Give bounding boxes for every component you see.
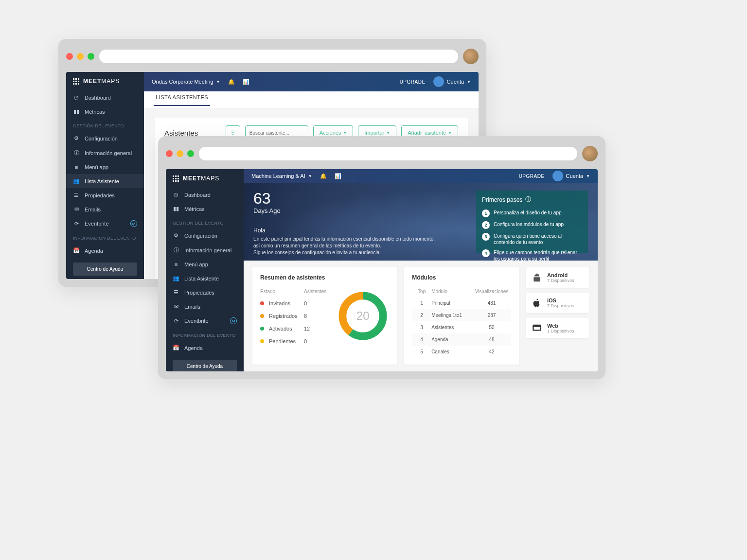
avatar[interactable] [463,49,479,64]
sidebar-item-lista-asistente[interactable]: 👥Lista Asistente [166,271,244,285]
info-icon: ⓘ [173,246,179,254]
step-item[interactable]: 1Personaliza el diseño de tu app [482,208,582,219]
brand-text: MEETMAPS [183,175,219,182]
chart-icon[interactable]: 📊 [335,173,341,179]
topbar: Machine Learning & AI▼ 🔔 📊 UPGRADE Cuent… [244,169,598,183]
sidebar-item-eventbrite[interactable]: ⟳EventbriteM [166,314,244,328]
speedometer-icon: ◷ [173,192,179,198]
chevron-down-icon: ▼ [216,80,220,84]
bell-icon[interactable]: 🔔 [320,173,327,179]
chevron-down-icon: ▼ [586,174,590,178]
help-center-button[interactable]: Centro de Ayuda [73,262,137,276]
sidebar: MEETMAPS ◷Dashboard ▮▮Métricas GESTIÓN D… [66,72,144,279]
dot-icon [260,339,264,343]
speedometer-icon: ◷ [73,94,80,101]
web-icon [532,323,542,333]
gear-icon: ⚙ [73,135,80,141]
event-selector[interactable]: Ondas Corporate Meeting▼ [152,79,220,85]
m-badge-icon: M [230,317,237,324]
module-row: 2Meetings 1to1237 [412,309,511,321]
hero-text: 63 Days Ago Hola En este panel principal… [253,191,476,253]
sidebar-item-lista-asistente[interactable]: 👥Lista Asistente [66,174,144,188]
step-item[interactable]: 2Configura los módulos de tu app [482,219,582,231]
avatar[interactable] [582,146,598,161]
svg-point-9 [538,274,539,275]
sync-icon: ⟳ [73,221,80,227]
sidebar-item-dashboard[interactable]: ◷Dashboard [166,188,244,202]
sidebar-item-propiedades[interactable]: ☰Propiedades [166,285,244,299]
app-shell: MEETMAPS ◷Dashboard ▮▮Métricas GESTIÓN D… [166,169,598,371]
donut-chart: 20 [336,289,390,343]
panel-title: Asistentes [164,129,221,137]
upgrade-button[interactable]: UPGRADE [519,174,545,179]
sidebar-item-emails[interactable]: ✉Emails [66,202,144,216]
account-menu[interactable]: Cuenta▼ [433,76,471,87]
calendar-icon: 📅 [73,247,80,254]
tab-lista-asistentes[interactable]: LISTA ASISTENTES [154,94,210,106]
info-icon: ⓘ [73,149,80,157]
avatar-icon [552,171,563,181]
close-icon[interactable] [166,150,173,157]
sidebar-item-agenda[interactable]: 📅Agenda [66,244,144,258]
chevron-down-icon: ▼ [467,80,471,84]
android-icon [532,272,542,283]
sidebar-item-informacion[interactable]: ⓘInformación general [166,243,244,258]
sidebar-item-eventbrite[interactable]: ⟳EventbriteM [66,216,144,231]
url-bar[interactable] [99,50,458,63]
days-count: 63 [253,191,476,206]
stat-row: Invitados0 [260,297,326,310]
bell-icon[interactable]: 🔔 [228,79,235,85]
step-item[interactable]: 4Elige que campos tendrán que rellenar l… [482,247,582,264]
sidebar-item-metricas[interactable]: ▮▮Métricas [66,105,144,119]
modules-table: TopMóduloVisualizaciones 1Principal431 2… [412,286,511,358]
chart-icon[interactable]: 📊 [243,79,249,85]
device-card-ios[interactable]: iOS7 Dispositivos [526,293,589,313]
stat-row: Registrados8 [260,310,326,322]
minimize-icon[interactable] [177,150,183,157]
sidebar-item-configuracion[interactable]: ⚙Configuración [66,131,144,145]
event-selector[interactable]: Machine Learning & AI▼ [251,173,312,179]
sidebar-item-menu-app[interactable]: ≡Menú app [66,160,144,174]
step-item[interactable]: 3Configura quién tiene acceso al conteni… [482,231,582,247]
minimize-icon[interactable] [77,53,84,60]
sidebar-item-agenda[interactable]: 📅Agenda [166,341,244,355]
window-chrome [66,47,479,66]
device-card-web[interactable]: Web1 Dispositivos [526,318,589,338]
grid-icon [73,78,79,85]
upgrade-button[interactable]: UPGRADE [400,79,426,85]
gear-icon: ⚙ [173,232,179,239]
modules-card: Módulos TopMóduloVisualizaciones 1Princi… [404,267,519,365]
device-card-android[interactable]: Android7 Dispositivos [526,267,589,288]
close-icon[interactable] [66,53,73,60]
url-bar[interactable] [199,147,577,160]
sidebar-item-menu-app[interactable]: ≡Menú app [166,258,244,271]
dashboard-row: Resumen de asistentes EstadoAsistentes I… [244,261,598,371]
sync-icon: ⟳ [173,318,179,324]
account-menu[interactable]: Cuenta▼ [552,171,590,181]
people-icon: 👥 [73,178,80,184]
maximize-icon[interactable] [88,53,94,60]
help-center-button[interactable]: Centro de Ayuda [173,360,237,371]
sidebar-category-2: INFORMACIÓN DEL EVENTO [66,231,144,244]
brand: MEETMAPS [66,72,144,90]
main: Machine Learning & AI▼ 🔔 📊 UPGRADE Cuent… [244,169,598,371]
sidebar-item-informacion[interactable]: ⓘInformación general [66,145,144,160]
sidebar-item-propiedades[interactable]: ☰Propiedades [66,188,144,202]
dot-icon [260,301,264,305]
sidebar-item-metricas[interactable]: ▮▮Métricas [166,202,244,216]
sidebar-item-emails[interactable]: ✉Emails [166,299,244,314]
dot-icon [260,314,264,318]
mail-icon: ✉ [73,206,80,212]
list-icon: ☰ [173,289,179,296]
hero-description: En este panel principal tendrás la infor… [253,236,438,256]
sidebar-item-configuracion[interactable]: ⚙Configuración [166,228,244,243]
stats-header: EstadoAsistentes [260,286,326,297]
tabstrip: LISTA ASISTENTES [144,91,479,109]
maximize-icon[interactable] [187,150,194,157]
info-icon[interactable]: ⓘ [525,195,531,204]
sidebar-category: GESTIÓN DEL EVENTO [166,216,244,228]
menu-icon: ≡ [173,262,179,267]
sidebar-item-dashboard[interactable]: ◷Dashboard [66,90,144,105]
module-row: 3Asistentes50 [412,321,511,333]
card-title: Resumen de asistentes [260,274,326,281]
